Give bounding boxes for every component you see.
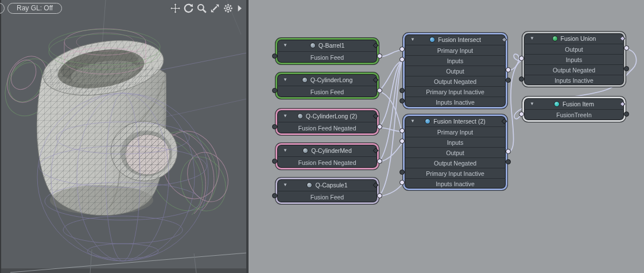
node-q-cylindermed[interactable]: ▼Q-CylinderMedFusion Feed Negated: [276, 143, 379, 170]
zoom-tool-icon[interactable]: [196, 3, 207, 14]
port-output-right[interactable]: [624, 45, 629, 51]
header-diamond-connector[interactable]: [373, 113, 379, 119]
pan-tool-icon[interactable]: [170, 3, 181, 14]
header-diamond-connector[interactable]: [502, 37, 507, 43]
port-fusiontreein-right[interactable]: [624, 111, 629, 117]
header-diamond-connector[interactable]: [620, 36, 626, 41]
header-diamond-connector[interactable]: [373, 182, 379, 188]
collapse-triangle-icon[interactable]: ▼: [283, 78, 288, 82]
node-row-output: Output: [405, 66, 506, 76]
node-row-output-negated: Output Negated: [524, 64, 624, 75]
header-diamond-connector[interactable]: [373, 43, 379, 48]
port-primary-input-inactive-left[interactable]: [399, 88, 405, 93]
row-label: Output Negated: [553, 67, 595, 74]
port-fusion-feed-negated-right[interactable]: [377, 124, 382, 129]
node-title: Q-CylinderMed: [311, 147, 352, 154]
row-label: Primary Input Inactive: [426, 170, 484, 177]
port-fusion-feed-right[interactable]: [377, 88, 382, 93]
node-row-inputs-inactive: Inputs Inactive: [405, 97, 506, 107]
collapse-triangle-icon[interactable]: ▼: [410, 37, 415, 42]
row-label: Output Negated: [434, 78, 476, 85]
node-header[interactable]: ▼Q-CylinderLong (2): [277, 110, 377, 122]
node-header[interactable]: ▼Q-Barrel1: [277, 40, 377, 51]
node-row-fusion-feed: Fusion Feed: [277, 51, 377, 63]
node-row-inputs-inactive: Inputs Inactive: [405, 178, 506, 189]
node-header[interactable]: ▼Fusion Intersect: [405, 34, 506, 45]
row-label: Inputs Inactive: [436, 99, 475, 106]
node-fusion-union[interactable]: ▼Fusion UnionOutputInputsOutput NegatedI…: [522, 32, 626, 87]
node-title: Q-Barrel1: [319, 42, 345, 49]
collapse-triangle-icon[interactable]: ▼: [530, 102, 534, 106]
viewport-3d-scene[interactable]: [0, 0, 247, 273]
port-fusion-feed-negated-left[interactable]: [272, 159, 277, 164]
polyhedron-icon: [310, 43, 316, 48]
row-label: Fusion Feed Negated: [298, 125, 356, 132]
port-inputs-left[interactable]: [399, 139, 405, 144]
port-output-right[interactable]: [506, 149, 511, 154]
port-fusion-feed-right[interactable]: [377, 53, 382, 59]
3d-viewport[interactable]: Ray GL: Off: [0, 0, 247, 273]
port-inputs-inactive-left[interactable]: [399, 180, 405, 185]
node-title: Q-Capsule1: [315, 182, 347, 189]
node-title: Fusion Item: [562, 101, 594, 107]
collapse-triangle-icon[interactable]: ▼: [283, 183, 288, 187]
port-inputs-left[interactable]: [399, 57, 405, 62]
node-row-fusion-feed: Fusion Feed: [277, 86, 377, 97]
port-inputs-inactive-left[interactable]: [399, 98, 405, 103]
port-fusion-feed-left[interactable]: [272, 193, 277, 198]
port-fusion-feed-left[interactable]: [272, 53, 277, 59]
port-output-negated-right[interactable]: [624, 66, 629, 71]
row-label: Output: [565, 46, 583, 53]
header-diamond-connector[interactable]: [620, 101, 626, 107]
node-fusion-item[interactable]: ▼Fusion ItemFusionTreeIn: [522, 97, 626, 122]
ray-gl-button[interactable]: Ray GL: Off: [7, 3, 62, 14]
node-header[interactable]: ▼Q-CylinderMed: [277, 145, 377, 156]
maximize-tool-icon[interactable]: [210, 3, 220, 14]
collapse-triangle-icon[interactable]: ▼: [283, 148, 288, 153]
node-header[interactable]: ▼Q-Capsule1: [277, 179, 377, 191]
node-row-fusion-feed-negated: Fusion Feed Negated: [277, 122, 377, 133]
intersect-icon: [429, 37, 435, 43]
collapse-triangle-icon[interactable]: ▼: [283, 43, 288, 48]
port-fusion-feed-negated-left[interactable]: [272, 124, 277, 129]
node-q-barrel1[interactable]: ▼Q-Barrel1Fusion Feed: [276, 38, 379, 64]
node-header[interactable]: ▼Fusion Intersect (2): [405, 116, 506, 126]
port-primary-input-left[interactable]: [399, 47, 405, 52]
app-window: Ray GL: Off: [0, 0, 644, 273]
node-header[interactable]: ▼Fusion Union: [524, 33, 624, 44]
collapse-triangle-icon[interactable]: ▼: [283, 114, 288, 118]
viewport-toolbar: [170, 3, 243, 14]
row-label: Inputs Inactive: [436, 180, 475, 187]
port-fusiontreein-left[interactable]: [519, 111, 524, 117]
rotate-tool-icon[interactable]: [183, 3, 194, 14]
port-output-right[interactable]: [506, 67, 511, 72]
collapse-triangle-icon[interactable]: ▼: [530, 36, 534, 41]
port-fusion-feed-right[interactable]: [377, 193, 382, 198]
port-inputs-inactive-left[interactable]: [519, 76, 524, 82]
port-primary-input-left[interactable]: [399, 128, 405, 133]
node-q-cylinderlong[interactable]: ▼Q-CylinderLongFusion Feed: [276, 72, 379, 99]
row-label: Fusion Feed: [311, 54, 344, 61]
port-inputs-left[interactable]: [519, 56, 524, 61]
schematic-view[interactable]: ▼Q-Barrel1Fusion Feed▼Q-CylinderLongFusi…: [249, 0, 644, 273]
node-fusion-intersect[interactable]: ▼Fusion IntersectPrimary InputInputsOutp…: [403, 33, 507, 109]
port-output-negated-right[interactable]: [506, 78, 511, 83]
node-fusion-intersect-2[interactable]: ▼Fusion Intersect (2)Primary InputInputs…: [403, 114, 507, 190]
header-diamond-connector[interactable]: [373, 77, 379, 83]
collapse-triangle-icon[interactable]: ▼: [410, 119, 415, 124]
header-diamond-connector[interactable]: [502, 118, 507, 124]
port-primary-input-inactive-left[interactable]: [399, 170, 405, 175]
port-output-negated-right[interactable]: [506, 159, 511, 164]
settings-tool-icon[interactable]: [223, 3, 234, 14]
node-header[interactable]: ▼Q-CylinderLong: [277, 74, 377, 86]
node-q-capsule1[interactable]: ▼Q-Capsule1Fusion Feed: [276, 178, 379, 204]
more-tools-icon[interactable]: [236, 3, 243, 14]
node-q-cylinderlong-2[interactable]: ▼Q-CylinderLong (2)Fusion Feed Negated: [276, 109, 379, 135]
node-header[interactable]: ▼Fusion Item: [524, 98, 624, 109]
port-fusion-feed-left[interactable]: [272, 88, 277, 93]
node-row-fusion-feed-negated: Fusion Feed Negated: [277, 156, 377, 168]
node-title: Fusion Union: [561, 35, 596, 42]
header-diamond-connector[interactable]: [373, 148, 379, 153]
row-label: Output Negated: [434, 160, 476, 167]
port-fusion-feed-negated-right[interactable]: [377, 159, 382, 164]
